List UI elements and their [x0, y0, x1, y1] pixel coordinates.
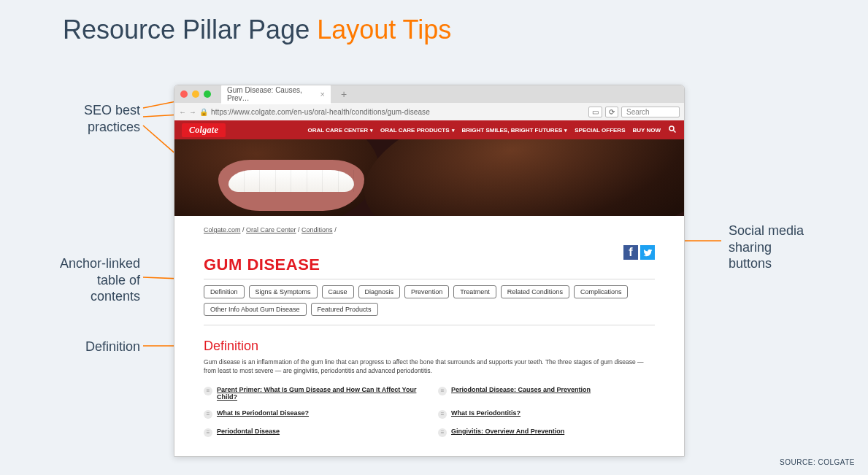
slide-title-accent: Layout Tips: [317, 15, 451, 45]
divider: [204, 325, 655, 325]
slide-title-part1: Resource Pillar Page: [63, 15, 317, 45]
reload-icon[interactable]: ⟳: [605, 107, 618, 117]
toc-pills: DefinitionSigns & SymptomsCauseDiagnosis…: [204, 285, 655, 316]
breadcrumb-link[interactable]: Conditions: [302, 226, 333, 233]
annotation-seo: SEO best practices: [60, 102, 140, 135]
toc-pill[interactable]: Featured Products: [311, 303, 378, 316]
page-title: GUM DISEASE: [204, 255, 655, 274]
url-text[interactable]: https://www.colgate.com/en-us/oral-healt…: [211, 108, 430, 116]
browser-address-bar: ← → 🔒 https://www.colgate.com/en-us/oral…: [174, 103, 684, 120]
related-link-item: ≡Periodontal Disease: [204, 428, 420, 437]
twitter-icon[interactable]: [640, 245, 655, 260]
article-icon: ≡: [438, 410, 447, 419]
slide-title: Resource Pillar Page Layout Tips: [63, 15, 451, 45]
related-link-item: ≡Periodontal Disease: Causes and Prevent…: [438, 386, 655, 401]
section-heading: Definition: [204, 339, 655, 354]
article-icon: ≡: [204, 410, 212, 419]
related-link-item: ≡Gingivitis: Overview And Prevention: [438, 428, 655, 437]
nav-item[interactable]: SPECIAL OFFERS: [575, 127, 625, 134]
site-logo[interactable]: Colgate: [182, 123, 226, 137]
related-link[interactable]: Parent Primer: What Is Gum Disease and H…: [217, 386, 420, 401]
window-close-dot[interactable]: [180, 90, 188, 98]
hero-image: [174, 139, 684, 216]
related-link-item: ≡What Is Periodontal Disease?: [204, 409, 420, 419]
back-icon[interactable]: ←: [179, 108, 186, 116]
page-content: Colgate ORAL CARE CENTER ▾ORAL CARE PROD…: [174, 120, 684, 437]
close-icon[interactable]: ×: [320, 90, 325, 99]
svg-point-6: [669, 126, 674, 131]
toc-pill[interactable]: Signs & Symptoms: [249, 285, 318, 298]
browser-tab-title: Gum Disease: Causes, Prev…: [227, 86, 316, 102]
search-icon[interactable]: [668, 125, 677, 135]
nav-item[interactable]: ORAL CARE PRODUCTS ▾: [380, 127, 454, 134]
divider: [204, 279, 655, 279]
browser-tab[interactable]: Gum Disease: Causes, Prev… ×: [221, 85, 331, 104]
breadcrumb-link[interactable]: Colgate.com: [204, 226, 241, 233]
window-min-dot[interactable]: [192, 90, 199, 98]
toc-pill[interactable]: Definition: [204, 285, 245, 298]
window-max-dot[interactable]: [204, 90, 211, 98]
related-link-item: ≡Parent Primer: What Is Gum Disease and …: [204, 386, 420, 401]
browser-tab-bar: Gum Disease: Causes, Prev… × +: [174, 85, 684, 103]
related-link-item: ≡What Is Periodontitis?: [438, 409, 655, 419]
forward-icon[interactable]: →: [189, 108, 196, 116]
annotation-toc: Anchor-linked table of contents: [31, 255, 140, 305]
toc-pill[interactable]: Related Conditions: [501, 285, 569, 298]
related-link[interactable]: Gingivitis: Overview And Prevention: [451, 428, 564, 435]
site-nav: ORAL CARE CENTER ▾ORAL CARE PRODUCTS ▾BR…: [308, 125, 677, 135]
related-link[interactable]: Periodontal Disease: Causes and Preventi…: [451, 386, 591, 393]
section-body: Gum disease is an inflammation of the gu…: [204, 358, 655, 376]
site-nav-bar: Colgate ORAL CARE CENTER ▾ORAL CARE PROD…: [174, 120, 684, 139]
social-share: f: [623, 245, 655, 260]
toc-pill[interactable]: Prevention: [404, 285, 449, 298]
related-link[interactable]: Periodontal Disease: [217, 428, 280, 435]
toc-pill[interactable]: Complications: [574, 285, 629, 298]
svg-line-7: [674, 131, 676, 133]
browser-search-input[interactable]: Search: [621, 107, 680, 117]
toc-pill[interactable]: Cause: [322, 285, 354, 298]
annotation-social: Social media sharing buttons: [729, 223, 838, 272]
related-links: ≡Parent Primer: What Is Gum Disease and …: [204, 386, 655, 437]
toc-pill[interactable]: Treatment: [453, 285, 496, 298]
browser-frame: Gum Disease: Causes, Prev… × + ← → 🔒 htt…: [174, 85, 685, 457]
nav-item[interactable]: ORAL CARE CENTER ▾: [308, 127, 373, 134]
annotation-definition: Definition: [51, 339, 140, 355]
article-icon: ≡: [204, 428, 212, 437]
lock-icon: 🔒: [199, 108, 208, 116]
related-link[interactable]: What Is Periodontitis?: [451, 409, 521, 417]
article-icon: ≡: [438, 387, 447, 395]
nav-item[interactable]: BRIGHT SMILES, BRIGHT FUTURES ▾: [462, 127, 568, 134]
new-tab-button[interactable]: +: [341, 88, 347, 100]
reader-icon[interactable]: ▭: [588, 107, 602, 117]
breadcrumb-link[interactable]: Oral Care Center: [246, 226, 296, 233]
article-icon: ≡: [438, 428, 447, 437]
breadcrumb: Colgate.com / Oral Care Center / Conditi…: [204, 226, 655, 233]
related-link[interactable]: What Is Periodontal Disease?: [217, 409, 309, 417]
toc-pill[interactable]: Other Info About Gum Disease: [204, 303, 307, 316]
facebook-icon[interactable]: f: [623, 245, 638, 260]
article-icon: ≡: [204, 387, 212, 395]
nav-item[interactable]: BUY NOW: [632, 127, 661, 134]
toc-pill[interactable]: Diagnosis: [358, 285, 401, 298]
source-credit: SOURCE: COLGATE: [780, 458, 855, 466]
